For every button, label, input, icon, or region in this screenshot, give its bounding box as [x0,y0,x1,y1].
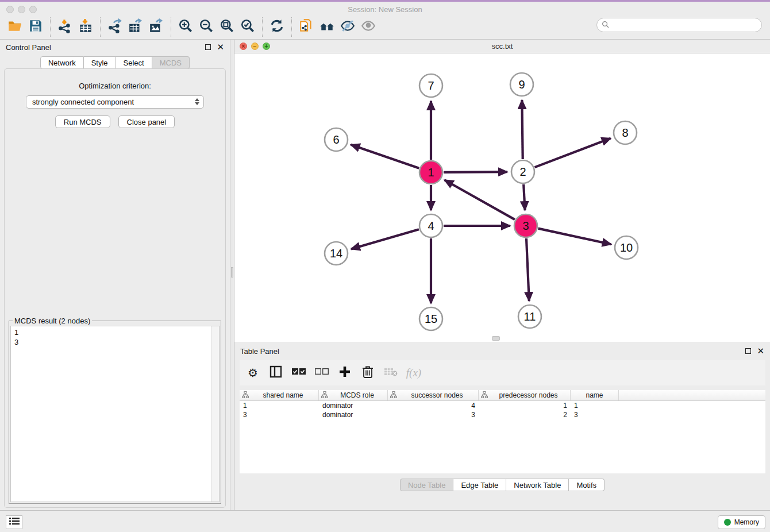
float-panel-icon[interactable] [745,348,751,354]
zoom-in-icon [178,18,193,36]
control-panel: Control Panel ✕ NetworkStyleSelectMCDS O… [0,40,230,510]
export-table-button[interactable] [125,17,146,37]
edge-3-11[interactable] [526,238,529,301]
table-panel: Table Panel ✕ ⚙ f(x) shared nameMCDS rol… [234,344,770,510]
memory-status-dot [724,519,731,526]
result-scrollbar[interactable] [211,326,219,502]
import-network-button[interactable] [55,17,75,37]
first-neighbors-icon [319,18,334,36]
network-graph[interactable]: 7968124314101511 [234,53,770,342]
table-toolbar: ⚙ f(x) [240,360,765,385]
delete-table-button[interactable] [383,365,398,380]
float-panel-icon[interactable] [205,44,211,50]
search-field[interactable] [596,18,762,32]
table-header-row: shared nameMCDS rolesuccessor nodesprede… [240,390,765,401]
task-history-button[interactable] [6,515,22,529]
node-label: 7 [428,79,434,92]
edge-3-1[interactable] [445,180,515,219]
hierarchy-icon [242,391,250,400]
edge-2-9[interactable] [522,100,522,159]
table-settings-button[interactable]: ⚙ [245,365,260,380]
tab-network[interactable]: Network [40,56,84,69]
export-image-icon [149,18,164,36]
edge-2-3[interactable] [523,184,525,210]
hide-selected-eye-icon [340,18,355,36]
memory-label: Memory [734,518,759,526]
show-all-eye-icon [361,18,376,36]
table-panel-footer-strip [234,493,770,510]
tab-motifs[interactable]: Motifs [569,479,605,491]
zoom-out-button[interactable] [196,17,217,37]
deselect-all-columns-button[interactable] [314,365,329,380]
toolbar-separator [100,17,101,37]
zoom-selected-button[interactable] [237,17,258,37]
column-header-name[interactable]: name [571,390,619,400]
save-session-button[interactable] [25,17,46,37]
tab-network-table[interactable]: Network Table [506,479,569,491]
column-header-MCDS-role[interactable]: MCDS role [319,390,388,400]
export-image-button[interactable] [146,17,167,37]
column-header-predecessor-nodes[interactable]: predecessor nodes [479,390,571,400]
zoom-fit-icon [220,18,234,36]
export-table-icon [128,18,143,36]
optimization-criterion-select[interactable]: strongly connected component [26,95,204,109]
zoom-in-button[interactable] [175,17,196,37]
zoom-out-icon [199,18,214,36]
edge-3-10[interactable] [538,229,611,245]
tab-node-table[interactable]: Node Table [400,479,454,491]
column-header-label: shared name [250,391,316,399]
first-neighbors-button[interactable] [317,17,337,37]
refresh-layout-button[interactable] [267,17,287,37]
import-table-button[interactable] [75,17,96,37]
main-toolbar [0,14,770,40]
table-row[interactable]: 1dominator411 [240,401,765,410]
column-header-label: successor nodes [398,391,476,399]
network-canvas[interactable]: 7968124314101511 [234,53,770,342]
save-floppy-icon [28,18,43,36]
search-input[interactable] [612,21,750,29]
export-network-button[interactable] [105,17,125,37]
network-view-title: scc.txt [234,42,770,51]
open-folder-icon [7,18,22,36]
node-label: 1 [428,166,434,179]
edge-1-6[interactable] [351,145,419,168]
open-file-button[interactable] [5,17,25,37]
function-builder-button[interactable]: f(x) [406,365,421,380]
tab-mcds[interactable]: MCDS [152,56,190,69]
table-row[interactable]: 3dominator323 [240,410,765,419]
node-label: 14 [330,247,342,260]
delete-column-button[interactable] [360,365,375,380]
edge-1-2[interactable] [444,172,507,172]
show-all-button[interactable] [358,17,379,37]
table-cell: 1 [240,402,319,410]
memory-button[interactable]: Memory [718,515,765,529]
hierarchy-icon [481,391,489,400]
canvas-scroll-grip[interactable] [492,336,500,341]
node-label: 8 [622,126,628,139]
tab-select[interactable]: Select [116,56,152,69]
mcds-result-textarea[interactable]: 1 3 [10,326,220,502]
new-network-from-selection-button[interactable] [296,17,317,37]
close-panel-icon[interactable]: ✕ [217,44,224,50]
edge-2-8[interactable] [535,138,611,168]
column-layout-button[interactable] [268,365,283,380]
column-header-shared-name[interactable]: shared name [240,390,319,400]
column-header-successor-nodes[interactable]: successor nodes [388,390,479,400]
node-table: shared nameMCDS rolesuccessor nodesprede… [240,390,765,473]
add-column-button[interactable] [337,365,352,380]
close-panel-icon[interactable]: ✕ [757,348,764,354]
new-network-from-selection-icon [299,18,314,36]
panel-splitter[interactable] [230,40,234,510]
close-panel-button[interactable]: Close panel [118,115,175,128]
select-all-columns-button[interactable] [291,365,306,380]
hide-selected-button[interactable] [337,17,358,37]
select-stepper-icon [195,98,199,105]
zoom-fit-button[interactable] [217,17,237,37]
splitter-grip[interactable] [231,267,233,277]
run-mcds-button[interactable]: Run MCDS [55,115,110,128]
tab-style[interactable]: Style [84,56,116,69]
edge-4-14[interactable] [351,229,419,249]
tab-edge-table[interactable]: Edge Table [453,479,506,491]
gear-icon: ⚙ [248,366,258,380]
node-label: 6 [333,133,339,146]
